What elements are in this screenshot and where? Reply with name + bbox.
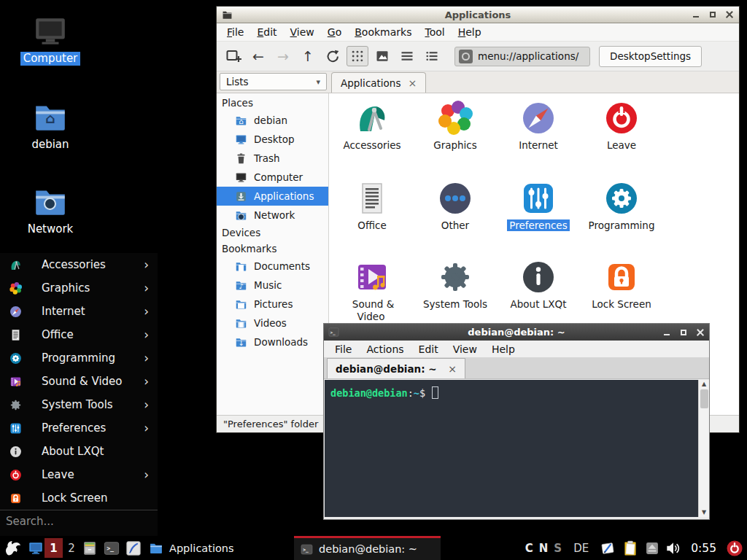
sidebar-item-computer[interactable]: Computer [217,168,328,187]
fm-menu-view[interactable]: View [284,26,321,38]
launcher-terminal[interactable] [104,536,120,560]
sidebar-item-downloads[interactable]: ↓ Downloads [217,332,328,351]
terminal-title-bar[interactable]: debian@debian: ~ [324,324,709,341]
compact-view-button[interactable] [421,46,443,66]
task-button-terminal-active[interactable]: debian@debian: ~ [294,536,441,560]
sidebar-item-network[interactable]: Network [217,206,328,225]
minimize-button[interactable] [692,10,700,19]
scroll-down-icon[interactable]: ▼ [702,508,706,517]
terminal-screen[interactable]: debian@debian : ~ $ [325,380,698,517]
scrollbar-thumb[interactable] [700,389,708,408]
menu-item-preferences[interactable]: Preferences › [0,416,158,440]
desktop-icon-computer[interactable]: Computer [17,13,84,66]
volume-icon[interactable] [665,540,681,556]
menu-item-programming[interactable]: Programming › [0,346,158,370]
launcher-featherpad[interactable] [125,536,142,560]
new-tab-button[interactable] [222,46,244,66]
scroll-up-icon[interactable]: ▲ [702,380,706,389]
desktop-icon-network[interactable]: Network [17,184,84,236]
workspace-2-button[interactable]: 2 [66,536,77,560]
terminal-tab[interactable]: debian@debian: ~ × [327,358,465,378]
maximize-button[interactable] [708,10,717,19]
workspace-1-button[interactable]: 1 [44,538,63,558]
menu-item-sound-video[interactable]: Sound & Video › [0,370,158,393]
forward-button[interactable]: → [272,46,294,66]
desktop-icon-debian[interactable]: ⌂ debian [17,99,84,152]
terminal-menu-view[interactable]: View [446,343,484,355]
menu-item-about-lxqt[interactable]: About LXQt [0,440,158,463]
category-internet[interactable]: Internet [498,101,579,152]
fm-menu-help[interactable]: Help [452,26,488,38]
sidebar-item-music[interactable]: ♪ Music [217,276,328,295]
tab-close-icon[interactable]: × [448,363,457,375]
power-button-icon[interactable] [726,540,743,557]
category-office[interactable]: Office [331,181,413,232]
menu-item-office[interactable]: Office › [0,323,158,346]
clock[interactable]: 0:55 [691,542,716,555]
sidebar-item-desktop[interactable]: Desktop [217,130,328,149]
desktop-settings-button[interactable]: DesktopSettings [599,46,702,67]
fm-menu-bookmarks[interactable]: Bookmarks [348,26,418,38]
clipboard-icon[interactable] [622,540,639,557]
scroll-lock-indicator[interactable]: S [554,542,562,555]
sidebar-item-documents[interactable]: Documents [217,257,328,276]
up-button[interactable]: ↑ [297,46,319,66]
terminal-menu-file[interactable]: File [328,343,359,355]
num-lock-indicator[interactable]: N [539,542,549,555]
fm-title-bar[interactable]: Applications [217,7,739,23]
caps-lock-indicator[interactable]: C [525,542,533,555]
close-button[interactable] [696,328,705,337]
thumbnail-view-button[interactable] [371,46,393,66]
category-about-lxqt[interactable]: About LXQt [498,260,579,311]
sidebar-item-videos[interactable]: Videos [217,314,328,332]
terminal-scrollbar[interactable]: ▲ ▼ [698,380,709,517]
back-button[interactable]: ← [247,46,269,66]
menu-item-lock-screen[interactable]: Lock Screen [0,486,158,510]
menu-item-system-tools[interactable]: System Tools › [0,393,158,416]
icon-view-button[interactable] [347,46,368,66]
detailed-list-view-button[interactable] [396,46,418,66]
menu-item-leave[interactable]: Leave › [0,463,158,486]
tab-applications[interactable]: Applications × [331,72,426,93]
category-preferences[interactable]: Preferences [498,181,579,232]
category-leave[interactable]: Leave [581,101,662,152]
category-other[interactable]: Other [414,181,496,232]
maximize-button[interactable] [679,328,688,337]
menu-item-accessories[interactable]: Accessories › [0,253,158,276]
terminal-menu-help[interactable]: Help [484,343,522,355]
menu-item-internet[interactable]: Internet › [0,300,158,323]
menu-item-graphics[interactable]: Graphics › [0,276,158,300]
tab-close-icon[interactable]: × [408,78,417,88]
task-button-applications[interactable]: Applications [149,536,234,560]
category-programming[interactable]: Programming [581,181,662,232]
fm-menu-edit[interactable]: Edit [250,26,283,38]
power-icon [9,469,22,481]
path-bar[interactable]: menu://applications/ [454,47,590,66]
category-accessories[interactable]: Accessories [331,101,413,152]
fm-menu-tool[interactable]: Tool [418,26,451,38]
terminal-menu-actions[interactable]: Actions [359,343,411,355]
desktop-icon [235,133,247,146]
terminal-menu-edit[interactable]: Edit [411,343,446,355]
keyboard-layout-indicator[interactable]: DE [573,542,589,555]
fm-menu-go[interactable]: Go [321,26,348,38]
sidebar-item-debian[interactable]: ⌂ debian [217,111,328,130]
fm-menu-file[interactable]: File [220,26,250,38]
close-button[interactable] [725,10,734,19]
category-system-tools[interactable]: System Tools [414,260,496,311]
sidebar-item-pictures[interactable]: Pictures [217,295,328,314]
sidebar-item-trash[interactable]: Trash [217,149,328,168]
reload-button[interactable] [322,46,344,66]
search-input[interactable] [6,515,152,528]
sidebar-item-applications[interactable]: Applications [217,187,328,206]
minimize-button[interactable] [662,328,671,337]
eject-removable-media-icon[interactable] [645,541,659,556]
screen-annotation-icon[interactable] [600,540,616,556]
side-panel-selector[interactable]: Lists ▾ [220,73,327,90]
main-menu-button[interactable] [4,536,23,560]
category-graphics[interactable]: Graphics [414,101,496,152]
launcher-file-manager[interactable] [82,536,98,560]
show-desktop-button[interactable] [28,536,44,560]
category-sound-video[interactable]: Sound & Video [331,260,413,323]
category-lock-screen[interactable]: Lock Screen [581,260,662,311]
